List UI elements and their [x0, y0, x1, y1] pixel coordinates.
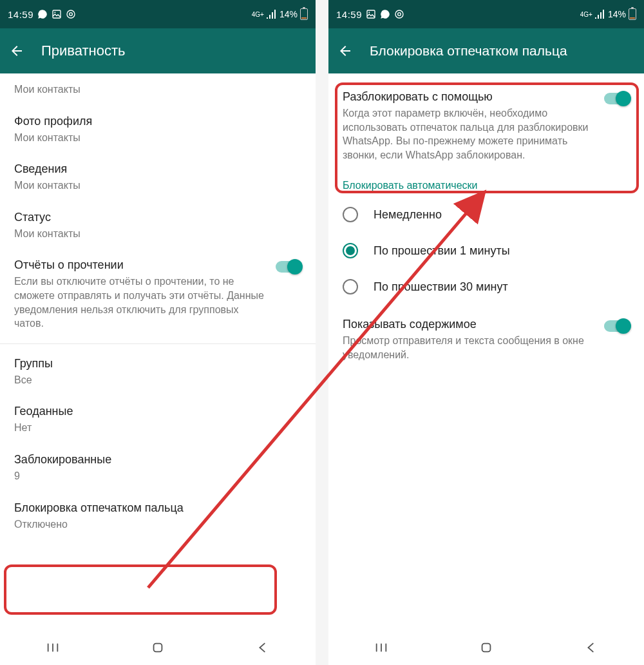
network-badge: 4G+: [580, 11, 592, 18]
at-icon: [66, 9, 76, 19]
setting-read-receipts[interactable]: Отчёты о прочтении Если вы отключите отч…: [0, 249, 316, 339]
setting-unlock-with-fingerprint[interactable]: Разблокировать с помощью Когда этот пара…: [328, 73, 644, 171]
radio-icon[interactable]: [343, 243, 358, 258]
read-receipts-toggle[interactable]: [276, 261, 301, 273]
back-icon[interactable]: [9, 43, 24, 59]
svg-rect-5: [367, 10, 375, 18]
section-auto-lock: Блокировать автоматически: [328, 171, 644, 197]
recents-button[interactable]: [374, 641, 388, 655]
image-icon: [52, 9, 62, 19]
network-badge: 4G+: [252, 11, 264, 18]
screen-fingerprint-lock: 14:59 4G+ 14% Блокировка отпечатком паль…: [328, 0, 644, 665]
radio-immediately[interactable]: Немедленно: [328, 197, 644, 233]
clock: 14:59: [8, 9, 33, 20]
image-icon: [366, 9, 376, 19]
page-title: Приватность: [41, 43, 126, 59]
setting-fingerprint-lock[interactable]: Блокировка отпечатком пальца Отключено: [0, 492, 316, 541]
radio-icon[interactable]: [343, 279, 358, 294]
clock: 14:59: [336, 9, 362, 20]
at-icon: [394, 9, 404, 19]
unlock-toggle[interactable]: [604, 93, 630, 104]
show-content-toggle[interactable]: [604, 320, 630, 332]
android-nav-bar: [328, 630, 644, 665]
radio-after-1-minute[interactable]: По прошествии 1 минуты: [328, 233, 644, 269]
home-button[interactable]: [151, 641, 165, 655]
setting-blocked[interactable]: Заблокированные 9: [0, 444, 316, 492]
status-bar: 14:59 4G+ 14%: [328, 0, 644, 28]
battery-percent: 14%: [608, 9, 626, 19]
divider: [0, 343, 316, 344]
setting-profile-photo[interactable]: Фото профиля Мои контакты: [0, 106, 316, 154]
svg-rect-0: [53, 10, 61, 18]
app-bar: Блокировка отпечатком пальца: [328, 28, 644, 73]
whatsapp-icon: [37, 9, 48, 19]
setting-show-content[interactable]: Показывать содержимое Просмотр отправите…: [328, 305, 644, 371]
svg-point-6: [368, 12, 370, 13]
radio-icon[interactable]: [343, 207, 358, 222]
signal-icon: [267, 10, 277, 19]
battery-icon: [629, 8, 636, 20]
battery-percent: 14%: [279, 9, 298, 19]
svg-point-8: [398, 13, 401, 16]
screen-privacy: 14:59 4G+ 14% Приватность Мои контакты Ф…: [0, 0, 316, 665]
setting-about[interactable]: Сведения Мои контакты: [0, 153, 316, 202]
svg-point-7: [395, 10, 403, 18]
svg-rect-9: [482, 644, 491, 652]
svg-point-3: [70, 13, 73, 16]
home-button[interactable]: [479, 641, 493, 655]
back-button[interactable]: [584, 641, 598, 655]
android-nav-bar: [0, 630, 316, 665]
status-bar: 14:59 4G+ 14%: [0, 0, 316, 28]
battery-icon: [300, 8, 308, 20]
whatsapp-icon: [380, 9, 390, 19]
back-icon[interactable]: [337, 43, 353, 59]
signal-icon: [595, 10, 605, 19]
svg-rect-4: [154, 644, 162, 652]
page-title: Блокировка отпечатком пальца: [370, 43, 567, 59]
setting-last-seen-sub[interactable]: Мои контакты: [0, 73, 316, 106]
setting-status[interactable]: Статус Мои контакты: [0, 202, 316, 250]
svg-point-1: [54, 12, 55, 13]
setting-geodata[interactable]: Геоданные Нет: [0, 396, 316, 444]
back-button[interactable]: [256, 641, 270, 655]
recents-button[interactable]: [46, 641, 60, 655]
radio-after-30-minutes[interactable]: По прошествии 30 минут: [328, 269, 644, 305]
app-bar: Приватность: [0, 28, 316, 73]
svg-point-2: [67, 10, 75, 18]
setting-groups[interactable]: Группы Все: [0, 348, 316, 396]
